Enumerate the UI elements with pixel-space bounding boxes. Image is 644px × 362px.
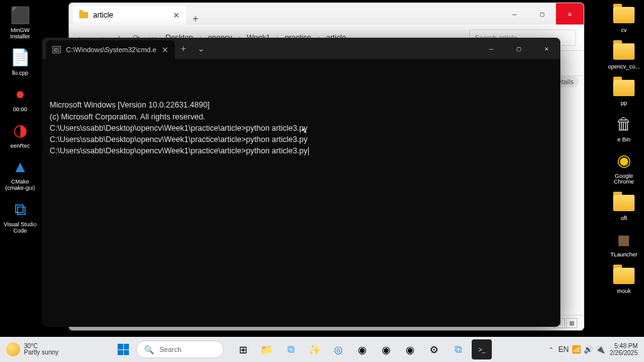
start-button[interactable]: [114, 339, 132, 359]
terminal-tab[interactable]: C: C:\Windows\System32\cmd.e ✕: [46, 40, 175, 59]
terminal-tab-title: C:\Windows\System32\cmd.e: [66, 46, 157, 53]
desktop-icon-chrome[interactable]: ◉Google Chrome: [604, 148, 644, 187]
clock-date: 2/26/2025: [610, 349, 638, 356]
taskbar-clock[interactable]: 5:48 PM 2/26/2025: [610, 343, 638, 356]
terminal-titlebar: C: C:\Windows\System32\cmd.e ✕ + ⌄ — ▢ ✕: [42, 38, 560, 59]
terminal-line: Microsoft Windows [Version 10.0.22631.48…: [50, 99, 553, 111]
terminal-output[interactable]: ↖ Microsoft Windows [Version 10.0.22631.…: [42, 59, 560, 327]
tray-wifi-icon[interactable]: 📶: [572, 345, 581, 354]
explorer-tab-article[interactable]: article ✕: [73, 6, 186, 25]
terminal-minimize-button[interactable]: —: [477, 38, 505, 59]
cpp-icon: 📄: [9, 47, 31, 69]
desktop-icon-label: cv: [621, 28, 627, 34]
cmd-icon: C:: [52, 46, 61, 53]
desktop-icon-folder-cv[interactable]: cv: [604, 3, 644, 35]
desktop-icon-label: eenRec: [10, 143, 30, 150]
cmake-icon: ▲: [9, 155, 31, 178]
desktop-icon-tlauncher[interactable]: ◼TLauncher: [604, 227, 644, 260]
mingw-icon: ⬛: [9, 4, 31, 26]
terminal-new-tab[interactable]: +: [175, 43, 192, 53]
desktop-icon-cpp[interactable]: 📄llo.cpp: [0, 45, 40, 78]
taskbar-app-vscode2[interactable]: ⧉: [448, 339, 468, 359]
taskbar-search[interactable]: 🔍 Search: [136, 341, 224, 358]
taskbar-app-vscode[interactable]: ⧉: [280, 339, 301, 359]
folder-icon: [613, 192, 635, 214]
terminal-tab-dropdown[interactable]: ⌄: [192, 43, 210, 53]
taskbar: 30°C Partly sunny 🔍 Search ⊞ 📁 ⧉ ✨ ◎ ◉ ◉…: [0, 337, 644, 362]
desktop-icon-label: e Bin: [618, 137, 631, 143]
terminal-cursor: [308, 147, 309, 155]
tlauncher-icon: ◼: [613, 228, 635, 251]
taskbar-app-chrome[interactable]: ◉: [352, 339, 372, 359]
weather-cond: Partly sunny: [24, 349, 58, 356]
view-grid-button[interactable]: ▦: [566, 318, 577, 328]
desktop-icon-label: CMake (cmake-gui): [1, 179, 39, 192]
tray-battery-icon[interactable]: 🔌: [596, 345, 605, 354]
folder-icon: [613, 4, 635, 26]
explorer-minimize-button[interactable]: —: [501, 3, 528, 25]
folder-icon: [613, 40, 635, 63]
terminal-line: (c) Microsoft Corporation. All rights re…: [50, 111, 553, 123]
desktop-icon-folder-opencv[interactable]: opencv_co...: [604, 39, 644, 72]
taskbar-app-edge[interactable]: ◎: [328, 339, 348, 359]
tray-volume-icon[interactable]: 🔊: [584, 345, 593, 354]
taskbar-app-settings[interactable]: ⚙: [424, 339, 444, 359]
terminal-close-button[interactable]: ✕: [533, 38, 560, 59]
desktop-icon-label: Google Chrome: [605, 173, 643, 186]
rec-bin-icon: 🗑: [613, 113, 635, 136]
folder-icon: [79, 12, 88, 18]
taskbar-search-label: Search: [159, 346, 181, 353]
folder-icon: [613, 77, 635, 99]
tray-lang-icon[interactable]: EN: [558, 345, 569, 354]
desktop-icon-folder-soft[interactable]: oft: [604, 190, 644, 223]
rec-dot-icon: ●: [9, 83, 31, 106]
desktop-icon-rec-dot[interactable]: ●00:00: [0, 82, 40, 114]
mouse-cursor-icon: ↖: [301, 126, 308, 136]
desktop-icon-screenrec[interactable]: ◑eenRec: [0, 118, 40, 151]
search-icon: 🔍: [144, 345, 154, 354]
explorer-new-tab[interactable]: +: [186, 13, 205, 25]
taskbar-app-chrome2[interactable]: ◉: [376, 339, 396, 359]
screenrec-icon: ◑: [9, 119, 31, 142]
taskbar-app-copilot[interactable]: ✨: [304, 339, 325, 359]
close-tab-icon[interactable]: ✕: [173, 11, 180, 20]
system-tray[interactable]: ⌃ EN 📶 🔊 🔌 5:48 PM 2/26/2025: [548, 343, 638, 356]
desktop-icon-label: opencv_co...: [608, 64, 640, 70]
desktop-icon-label: llo.cpp: [12, 70, 28, 77]
terminal-window[interactable]: C: C:\Windows\System32\cmd.e ✕ + ⌄ — ▢ ✕…: [42, 38, 560, 327]
desktop-icon-rec-bin[interactable]: 🗑e Bin: [604, 112, 644, 145]
desktop-icon-vscode[interactable]: ⧉Visual Studio Code: [0, 197, 40, 236]
explorer-close-button[interactable]: ✕: [556, 3, 584, 25]
weather-widget[interactable]: 30°C Partly sunny: [6, 343, 58, 356]
chrome-icon: ◉: [613, 150, 635, 172]
desktop-icon-cmake[interactable]: ▲CMake (cmake-gui): [0, 154, 40, 193]
terminal-line: C:\Users\ssabb\Desktop\opencv\Week1\prac…: [50, 145, 553, 156]
explorer-tabstrip: article ✕ + — ▢ ✕: [69, 3, 584, 25]
terminal-maximize-button[interactable]: ▢: [505, 38, 533, 59]
clock-time: 5:48 PM: [610, 343, 638, 349]
desktop-icon-mingw[interactable]: ⬛MinGW Installer: [0, 3, 40, 41]
taskbar-app-taskview[interactable]: ⊞: [233, 339, 253, 359]
desktop-icon-folder-pp[interactable]: pp: [604, 75, 644, 108]
desktop-icon-label: oft: [621, 216, 627, 222]
desktop-icon-label: TLauncher: [610, 252, 637, 258]
taskbar-app-terminal[interactable]: >_: [472, 339, 492, 359]
weather-icon: [6, 343, 20, 356]
taskbar-app-explorer[interactable]: 📁: [257, 339, 277, 359]
desktop-icon-label: pp: [621, 101, 627, 107]
desktop-icon-label: mouk: [617, 288, 631, 295]
vscode-icon: ⧉: [9, 198, 31, 221]
explorer-tab-title: article: [93, 11, 113, 19]
desktop-icon-label: MinGW Installer: [1, 28, 39, 40]
desktop-icon-folder-mouk[interactable]: mouk: [604, 263, 644, 296]
explorer-maximize-button[interactable]: ▢: [528, 3, 556, 25]
desktop-icon-label: 00:00: [13, 107, 28, 113]
tray-overflow-icon[interactable]: ⌃: [548, 346, 553, 353]
desktop-icon-label: Visual Studio Code: [1, 222, 39, 234]
taskbar-app-chrome3[interactable]: ◉: [400, 339, 420, 359]
terminal-tab-close-icon[interactable]: ✕: [162, 45, 169, 55]
windows-logo-icon: [118, 344, 129, 355]
folder-icon: [613, 265, 635, 287]
